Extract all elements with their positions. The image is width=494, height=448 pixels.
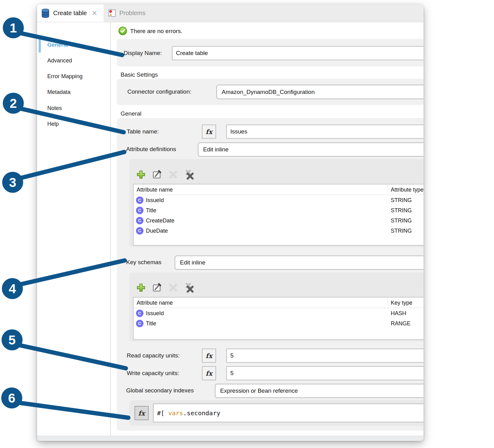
table-row[interactable]: C IssueId STRING [134, 195, 424, 205]
key-schemas-header: Attribute name Key type [134, 298, 424, 308]
read-capacity-fx-button[interactable]: fx [202, 349, 216, 363]
key-schemas-toolbar [135, 282, 194, 293]
expression-input[interactable]: #[ vars.secondary [153, 404, 424, 422]
global-secondary-indexes-label: Global secondary indexes [126, 387, 194, 394]
page: Create table ✕ Problems General Advanced… [0, 0, 494, 448]
general-heading: General [121, 110, 142, 117]
col-attribute-type: Attribute type [391, 186, 424, 193]
sidebar-item-notes[interactable]: Notes [47, 105, 62, 112]
delete-row-icon[interactable] [168, 282, 178, 293]
table-row[interactable]: C Title STRING [134, 205, 424, 215]
column-divider [388, 186, 388, 194]
no-errors-icon [118, 27, 127, 35]
sidebar-item-error-mapping[interactable]: Error Mapping [47, 73, 83, 80]
problems-icon [108, 9, 116, 18]
callout-number-4: 4 [9, 281, 16, 296]
delete-all-rows-icon[interactable] [184, 282, 194, 293]
read-capacity-input[interactable]: 5 [226, 349, 424, 363]
expression-text: #[ vars.secondary [157, 409, 220, 417]
basic-settings-heading: Basic Settings [121, 71, 158, 78]
attribute-icon: C [136, 207, 143, 214]
key-schemas-label: Key schemas [126, 259, 161, 266]
attribute-definitions-header: Attribute name Attribute type [134, 184, 424, 195]
table-row[interactable]: C IssueId HASH [134, 308, 424, 318]
attribute-icon: C [136, 217, 143, 224]
delete-row-icon[interactable] [168, 169, 178, 180]
cell-attribute-type: STRING [391, 227, 412, 234]
attribute-definitions-toolbar [135, 169, 194, 180]
edit-row-icon[interactable] [151, 282, 162, 293]
delete-all-rows-icon[interactable] [184, 169, 194, 180]
read-capacity-label: Read capacity units: [127, 352, 180, 359]
cell-attribute-type: STRING [391, 217, 412, 224]
attribute-definitions-table: Attribute name Attribute type C IssueId … [133, 184, 424, 246]
cell-attribute-name: Title [146, 207, 156, 213]
callout-number-1: 1 [10, 21, 17, 35]
status-message: There are no errors. [130, 28, 182, 35]
key-schemas-table: Attribute name Key type C IssueId HASH C… [133, 297, 424, 340]
properties-editor-window: Create table ✕ Problems General Advanced… [37, 4, 424, 441]
tab-problems-label: Problems [119, 10, 145, 17]
cell-attribute-name: DueDate [146, 227, 168, 234]
sidebar-active-accent [39, 37, 41, 53]
tab-close-icon[interactable]: ✕ [92, 10, 97, 17]
key-schemas-editor: Attribute name Key type C IssueId HASH C… [129, 273, 424, 341]
connector-configuration-label: Connector configuration: [127, 88, 191, 95]
tab-problems[interactable]: Problems [104, 4, 153, 22]
sidebar-divider [110, 22, 111, 436]
table-name-label: Table name: [127, 128, 159, 135]
table-row[interactable]: C Title RANGE [134, 318, 424, 328]
write-capacity-input[interactable]: 5 [226, 366, 424, 380]
callout-circle-2 [3, 93, 24, 114]
cell-key-type: RANGE [391, 320, 411, 327]
global-secondary-indexes-mode-select[interactable]: Expression or Bean reference [215, 384, 424, 398]
callout-circle-1 [3, 17, 24, 38]
display-name-label: Display Name: [124, 50, 162, 57]
sidebar-item-metadata[interactable]: Metadata [47, 89, 70, 95]
callout-circle-3 [2, 172, 23, 193]
cell-attribute-type: STRING [391, 207, 412, 213]
callout-number-3: 3 [9, 175, 16, 190]
dynamodb-icon [41, 8, 50, 18]
col-key-type: Key type [391, 299, 412, 306]
column-divider [388, 299, 388, 307]
callout-circle-4 [2, 278, 23, 299]
key-schemas-mode-select[interactable]: Edit inline [175, 256, 424, 270]
attribute-icon: C [136, 227, 143, 235]
callout-number-6: 6 [8, 391, 15, 405]
tab-bar: Create table ✕ Problems [37, 4, 424, 22]
write-capacity-label: Write capacity units: [127, 370, 179, 377]
add-row-icon[interactable] [135, 169, 146, 180]
cell-key-type: HASH [391, 310, 406, 316]
attribute-icon: C [136, 197, 143, 204]
table-name-fx-button[interactable]: fx [202, 125, 216, 139]
attribute-icon: C [136, 310, 143, 317]
callout-circle-5 [2, 329, 23, 350]
attribute-definitions-mode-select[interactable]: Edit inline [198, 142, 424, 157]
window-bottom-strip [37, 436, 424, 441]
attribute-definitions-label: Attribute definitions [126, 146, 176, 153]
attribute-icon: C [136, 320, 143, 327]
cell-attribute-name: IssueId [146, 310, 164, 316]
display-name-input[interactable]: Create table [172, 46, 424, 60]
col-attribute-name: Attribute name [137, 299, 173, 306]
connector-configuration-select[interactable]: Amazon_DynamoDB_Configuration [216, 85, 424, 99]
table-name-input[interactable]: Issues [226, 125, 424, 139]
callout-number-2: 2 [10, 96, 17, 111]
tab-create-table-label: Create table [53, 10, 87, 17]
sidebar-item-help[interactable]: Help [47, 121, 59, 127]
write-capacity-fx-button[interactable]: fx [202, 366, 216, 380]
edit-row-icon[interactable] [151, 169, 162, 180]
tab-create-table[interactable]: Create table ✕ [37, 4, 104, 22]
callout-number-5: 5 [8, 333, 15, 347]
add-row-icon[interactable] [135, 282, 146, 293]
expression-fx-button[interactable]: fx [134, 406, 149, 420]
table-row[interactable]: C CreateDate STRING [134, 215, 424, 226]
table-row[interactable]: C DueDate STRING [134, 226, 424, 236]
col-attribute-name: Attribute name [137, 186, 173, 193]
attribute-definitions-editor: Attribute name Attribute type C IssueId … [129, 159, 424, 247]
cell-attribute-type: STRING [391, 197, 412, 203]
cell-attribute-name: CreateDate [146, 217, 174, 224]
sidebar-item-advanced[interactable]: Advanced [47, 57, 72, 64]
sidebar-item-general[interactable]: General [47, 42, 68, 48]
